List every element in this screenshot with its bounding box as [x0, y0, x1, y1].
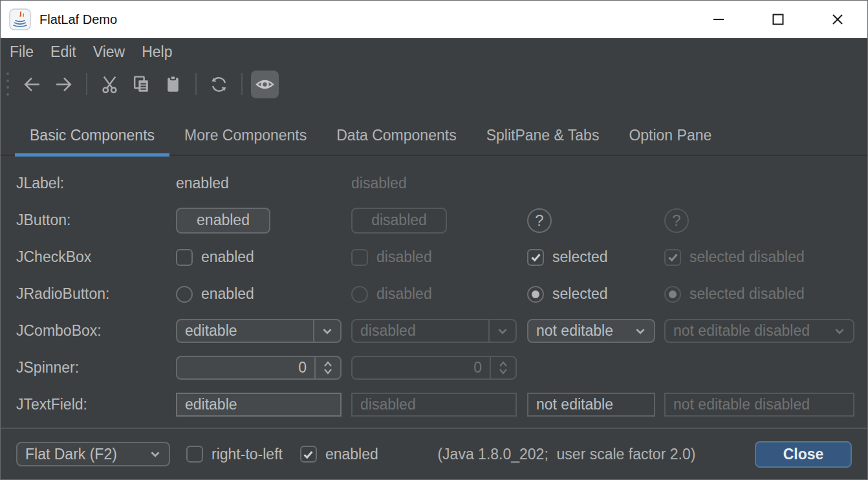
eye-icon — [255, 74, 275, 94]
close-button[interactable]: Close — [755, 441, 852, 468]
java-version-info: (Java 1.8.0_202; user scale factor 2.0) — [378, 446, 755, 463]
radio-circle — [176, 286, 193, 303]
paste-button[interactable] — [159, 71, 187, 98]
textfield-disabled: disabled — [351, 393, 517, 417]
checkbox-selected-disabled: selected disabled — [664, 248, 867, 266]
jlabel-row-label: JLabel: — [16, 175, 176, 192]
jspinner-row-label: JSpinner: — [16, 359, 176, 376]
app-window: FlatLaf Demo File Edit View Help — [0, 0, 868, 480]
refresh-icon — [209, 74, 229, 94]
jbutton-row: JButton: enabled disabled ? ? — [16, 202, 867, 239]
chevron-down-icon[interactable] — [313, 320, 340, 342]
checkmark-icon — [667, 251, 679, 263]
scissors-icon — [100, 74, 120, 94]
show-details-toggle-button[interactable] — [251, 71, 279, 98]
textfield-not-editable[interactable]: not editable — [527, 393, 655, 417]
combobox-editable[interactable]: editable — [176, 319, 342, 343]
arrow-left-icon — [22, 74, 42, 94]
spinner-disabled: 0 — [351, 356, 517, 380]
copy-icon — [131, 74, 151, 94]
tab-more-components[interactable]: More Components — [169, 116, 321, 155]
jbutton-row-label: JButton: — [16, 212, 176, 229]
cut-button[interactable] — [96, 71, 124, 98]
toolbar-separator — [195, 73, 197, 95]
menu-file[interactable]: File — [1, 38, 42, 65]
minimize-button[interactable] — [689, 1, 748, 38]
look-and-feel-combobox[interactable]: Flat Dark (F2) — [16, 442, 170, 466]
jcheckbox-row-label: JCheckBox — [16, 248, 176, 266]
jradiobutton-row-label: JRadioButton: — [16, 285, 176, 303]
jcheckbox-row: JCheckBox enabled disabled select — [16, 239, 867, 276]
back-button[interactable] — [18, 71, 46, 98]
basic-components-panel: JLabel: enabled disabled JButton: enable… — [1, 156, 867, 428]
jtextfield-row: JTextField: editable disabled not editab… — [16, 386, 867, 423]
arrow-right-icon — [54, 74, 74, 94]
close-window-button[interactable] — [808, 1, 867, 38]
toolbar-grip[interactable] — [5, 71, 11, 97]
minimize-icon — [711, 12, 726, 27]
combobox-not-editable[interactable]: not editable — [527, 319, 655, 343]
refresh-button[interactable] — [205, 71, 233, 98]
window-controls — [689, 1, 867, 38]
toolbar-separator — [241, 73, 243, 95]
button-enabled[interactable]: enabled — [176, 208, 270, 234]
combobox-not-editable-disabled: not editable disabled — [664, 319, 854, 343]
jlabel-row: JLabel: enabled disabled — [16, 165, 867, 202]
titlebar[interactable]: FlatLaf Demo — [1, 1, 867, 38]
jtextfield-row-label: JTextField: — [16, 396, 176, 413]
checkmark-icon — [530, 251, 542, 263]
checkbox-box-checked — [527, 249, 544, 266]
checkbox-box — [351, 249, 368, 266]
tab-splitpane-tabs[interactable]: SplitPane & Tabs — [472, 116, 614, 155]
forward-button[interactable] — [50, 71, 78, 98]
checkbox-box-checked — [664, 249, 681, 266]
maximize-icon — [771, 12, 785, 27]
tabbar: Basic Components More Components Data Co… — [1, 103, 867, 156]
label-disabled: disabled — [351, 175, 407, 191]
menu-view[interactable]: View — [85, 38, 133, 65]
radio-enabled[interactable]: enabled — [176, 285, 351, 303]
checkbox-box — [176, 249, 193, 266]
radio-disabled: disabled — [351, 285, 527, 303]
radio-dot — [669, 290, 677, 298]
enabled-checkbox[interactable]: enabled — [300, 446, 378, 463]
clipboard-icon — [163, 74, 183, 94]
checkbox-enabled[interactable]: enabled — [176, 248, 351, 266]
jspinner-row: JSpinner: 0 0 — [16, 349, 867, 386]
button-disabled: disabled — [351, 208, 447, 234]
checkbox-box — [186, 446, 203, 463]
menu-edit[interactable]: Edit — [42, 38, 85, 65]
radio-circle-selected — [527, 286, 544, 303]
label-enabled: enabled — [176, 175, 229, 191]
copy-button[interactable] — [127, 71, 155, 98]
checkbox-box-checked — [300, 446, 317, 463]
radio-circle-selected — [664, 286, 681, 303]
checkbox-selected[interactable]: selected — [527, 248, 664, 266]
textfield-editable[interactable]: editable — [176, 393, 342, 417]
tab-basic-components[interactable]: Basic Components — [15, 116, 169, 155]
menubar: File Edit View Help — [1, 38, 867, 65]
jcombobox-row-label: JComboBox: — [16, 322, 176, 340]
radio-circle — [351, 286, 368, 303]
help-button-enabled[interactable]: ? — [527, 208, 552, 233]
toolbar — [1, 65, 867, 103]
right-to-left-checkbox[interactable]: right-to-left — [186, 446, 283, 463]
jcombobox-row: JComboBox: editable disabled not editabl… — [16, 312, 867, 349]
textfield-not-editable-disabled: not editable disabled — [664, 393, 854, 417]
spinner-updown-icon[interactable] — [314, 357, 340, 378]
checkmark-icon — [302, 448, 314, 461]
radio-selected[interactable]: selected — [527, 285, 664, 303]
radio-dot — [532, 290, 539, 298]
tab-data-components[interactable]: Data Components — [321, 116, 471, 155]
chevron-down-icon[interactable] — [627, 320, 654, 342]
radio-selected-disabled: selected disabled — [664, 285, 867, 303]
java-app-icon — [9, 8, 31, 30]
chevron-down-icon[interactable] — [142, 443, 169, 465]
window-title: FlatLaf Demo — [39, 12, 117, 27]
checkbox-disabled: disabled — [351, 248, 527, 266]
tab-option-pane[interactable]: Option Pane — [614, 116, 726, 155]
spinner-enabled[interactable]: 0 — [176, 356, 342, 380]
chevron-down-icon — [826, 320, 853, 342]
menu-help[interactable]: Help — [133, 38, 180, 65]
maximize-button[interactable] — [748, 1, 808, 38]
